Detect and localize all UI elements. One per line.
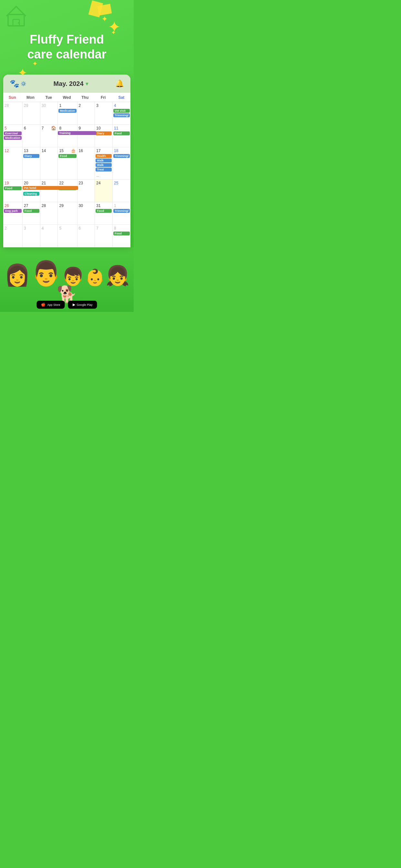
table-row[interactable]: 2 — [3, 225, 23, 247]
table-row[interactable]: 5 — [58, 225, 77, 247]
table-row[interactable]: 8 Food — [113, 225, 130, 247]
event-health[interactable]: Health — [96, 154, 112, 158]
table-row[interactable]: 25 — [113, 180, 130, 202]
event-training[interactable]: Training — [58, 131, 96, 135]
table-row[interactable]: 21 — [40, 180, 58, 202]
app-store-buttons: 🍎 App Store ▶ Google Play — [36, 301, 97, 309]
figure-child-1: 👦 — [62, 268, 84, 285]
event-treat[interactable]: Treat — [96, 167, 112, 172]
event-exercise[interactable]: Exercise/ — [4, 131, 22, 135]
event-diary-1[interactable]: Diary — [96, 131, 112, 135]
table-row[interactable]: 30 — [40, 102, 58, 125]
figure-woman: 👩 — [4, 265, 30, 285]
calendar-grid: 28 29 30 1 Medication 2 3 4 Vet visit Tr… — [3, 102, 130, 247]
event-medication[interactable]: Medication — [58, 109, 76, 113]
table-row[interactable]: 1 Trimming/ — [113, 202, 130, 225]
event-trimming-3[interactable]: Trimming/ — [113, 209, 130, 213]
event-food-3[interactable]: Food — [4, 186, 22, 190]
bottom-illustration: 👩 👨 👦 👶 👧 🐕 🍎 App Store ▶ Google Play — [0, 247, 134, 312]
day-header-mon: Mon — [21, 93, 39, 102]
event-walk-1[interactable]: Walk — [96, 159, 112, 162]
event-medication-2[interactable]: Medication — [4, 136, 22, 140]
table-row[interactable]: 18 Trimming/ — [113, 147, 130, 180]
figure-dog: 🐕 — [57, 286, 77, 302]
day-header-fri: Fri — [94, 93, 112, 102]
calendar-month-title[interactable]: May. 2024 ▾ — [53, 80, 88, 88]
event-food-2[interactable]: Food — [58, 154, 76, 158]
table-row[interactable]: 30 — [78, 202, 95, 225]
table-row[interactable]: 16 — [78, 147, 95, 180]
paw-icon: 🐾 — [10, 79, 19, 88]
table-row[interactable]: 14 — [40, 147, 58, 180]
app-logo: 🐾 ⚙️ — [10, 79, 26, 88]
table-row[interactable]: 2 — [78, 102, 95, 125]
main-container: ✦ ✦ ✦ ✦ ✦ ✦ Fluffy Friend care calendar … — [0, 0, 134, 312]
figure-child-2: 👶 — [85, 269, 105, 285]
table-row[interactable]: 3 — [95, 102, 113, 125]
event-trimming-1[interactable]: Trimming/ — [113, 113, 130, 117]
table-row[interactable]: 1 Medication — [58, 102, 77, 125]
table-row[interactable]: 28 — [40, 202, 58, 225]
table-row[interactable]: 12 — [3, 147, 23, 180]
calendar-header: 🐾 ⚙️ May. 2024 ▾ 🔔 — [3, 74, 130, 93]
table-row[interactable]: 22 Food — [58, 180, 77, 202]
apple-icon: 🍎 — [41, 303, 45, 307]
calendar-card: 🐾 ⚙️ May. 2024 ▾ 🔔 Sun Mon Tue Wed Thu F… — [3, 74, 130, 247]
settings-icon[interactable]: ⚙️ — [21, 81, 26, 86]
table-row[interactable]: 24 — [95, 180, 113, 202]
table-row[interactable]: 31 Food — [95, 202, 113, 225]
table-row[interactable]: 5 Exercise/ Medication — [3, 125, 23, 147]
birthday-emoji: 🎂 — [71, 148, 76, 153]
day-headers-row: Sun Mon Tue Wed Thu Fri Sat — [3, 93, 130, 102]
event-vet-visit[interactable]: Vet visit — [113, 109, 130, 113]
event-food-1[interactable]: Food — [113, 131, 130, 135]
notification-bell[interactable]: 🔔 — [115, 80, 124, 88]
table-row[interactable]: 8 Training — [58, 125, 77, 147]
table-row[interactable]: 17 Health Walk Walk Treat ... — [95, 147, 113, 180]
table-row[interactable]: 27 Food — [23, 202, 40, 225]
table-row[interactable]: 20 Pet hotel Cleaning — [23, 180, 40, 202]
event-food-7[interactable]: Food — [113, 231, 130, 236]
event-food-6[interactable]: Food — [96, 209, 112, 213]
house-emoji: 🏠 — [51, 126, 56, 130]
app-store-button[interactable]: 🍎 App Store — [36, 301, 65, 309]
day-header-sat: Sat — [112, 93, 130, 102]
day-header-tue: Tue — [40, 93, 58, 102]
app-title: Fluffy Friend care calendar — [0, 0, 134, 71]
more-events: ... — [96, 174, 99, 177]
table-row[interactable]: 26 Dog park — [3, 202, 23, 225]
event-trimming-2[interactable]: Trimming/ — [113, 154, 130, 158]
day-header-wed: Wed — [58, 93, 76, 102]
table-row[interactable]: 28 — [3, 102, 23, 125]
table-row[interactable]: 13 Diary — [23, 147, 40, 180]
table-row[interactable]: 15 🎂 Food — [58, 147, 77, 180]
table-row[interactable]: 11 Food — [113, 125, 130, 147]
day-header-thu: Thu — [76, 93, 94, 102]
table-row[interactable]: 3 — [23, 225, 40, 247]
table-row[interactable]: 6 — [78, 225, 95, 247]
figure-man: 👨 — [31, 261, 61, 285]
table-row[interactable]: 29 — [23, 102, 40, 125]
table-row[interactable]: 10 Diary — [95, 125, 113, 147]
google-play-button[interactable]: ▶ Google Play — [68, 301, 97, 309]
table-row[interactable]: 4 Vet visit Trimming/ — [113, 102, 130, 125]
figure-child-3: 👧 — [105, 266, 130, 285]
event-cleaning[interactable]: Cleaning — [23, 192, 39, 196]
table-row[interactable]: 7 — [95, 225, 113, 247]
event-dog-park[interactable]: Dog park — [4, 209, 22, 213]
table-row[interactable]: 19 Food — [3, 180, 23, 202]
table-row[interactable]: 9 — [78, 125, 95, 147]
table-row[interactable]: 23 — [78, 180, 95, 202]
event-pet-hotel[interactable]: Pet hotel — [23, 186, 78, 190]
event-diary-2[interactable]: Diary — [23, 154, 39, 158]
day-header-sun: Sun — [3, 93, 21, 102]
table-row[interactable]: 29 — [58, 202, 77, 225]
play-icon: ▶ — [73, 303, 75, 307]
table-row[interactable]: 4 — [40, 225, 58, 247]
table-row[interactable]: 7 🏠 — [40, 125, 58, 147]
month-dropdown-arrow[interactable]: ▾ — [86, 81, 88, 87]
table-row[interactable]: 6 — [23, 125, 40, 147]
event-food-5[interactable]: Food — [23, 209, 39, 213]
event-walk-2[interactable]: Walk — [96, 163, 112, 167]
